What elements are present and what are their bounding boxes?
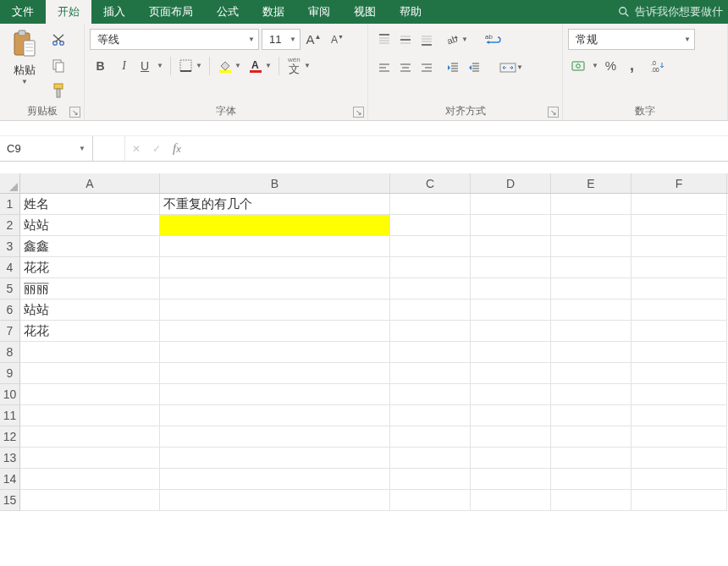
cell-B11[interactable] — [160, 405, 390, 426]
column-header-a[interactable]: A — [20, 173, 160, 193]
accounting-format-button[interactable]: ▼ — [568, 55, 600, 76]
column-header-b[interactable]: B — [160, 173, 390, 193]
cell-B5[interactable] — [160, 278, 390, 299]
cell-E4[interactable] — [551, 257, 631, 278]
column-header-f[interactable]: F — [631, 173, 727, 193]
row-header[interactable]: 6 — [0, 299, 20, 321]
italic-button[interactable]: I — [113, 55, 135, 76]
font-name-select[interactable]: 等线 ▼ — [90, 29, 259, 50]
row-header[interactable]: 10 — [0, 384, 20, 405]
tab-insert[interactable]: 插入 — [91, 0, 137, 24]
cell-A6[interactable]: 站站 — [20, 299, 160, 321]
row-header[interactable]: 9 — [0, 363, 20, 384]
font-dialog-launcher[interactable]: ↘ — [353, 107, 364, 118]
cell-F11[interactable] — [631, 405, 727, 426]
decrease-indent-button[interactable] — [442, 57, 463, 78]
cancel-entry-button[interactable]: ✕ — [132, 143, 141, 155]
cell-E13[interactable] — [551, 448, 631, 469]
font-color-button[interactable]: A ▼ — [245, 55, 273, 76]
cell-E15[interactable] — [551, 490, 631, 511]
cell-E12[interactable] — [551, 426, 631, 448]
cell-C14[interactable] — [390, 469, 471, 490]
cell-D11[interactable] — [471, 405, 551, 426]
cell-E5[interactable] — [551, 278, 631, 299]
cell-C2[interactable] — [390, 215, 471, 236]
column-header-e[interactable]: E — [551, 173, 631, 193]
row-header[interactable]: 11 — [0, 405, 20, 426]
row-header[interactable]: 12 — [0, 426, 20, 448]
cell-D13[interactable] — [471, 448, 551, 469]
cell-E3[interactable] — [551, 236, 631, 257]
select-all-corner[interactable] — [0, 173, 20, 193]
border-button[interactable]: ▼ — [176, 55, 204, 76]
tab-file[interactable]: 文件 — [0, 0, 46, 24]
cell-A7[interactable]: 花花 — [20, 321, 160, 342]
cell-D6[interactable] — [471, 299, 551, 321]
cell-B12[interactable] — [160, 426, 390, 448]
cell-C12[interactable] — [390, 426, 471, 448]
align-top-button[interactable] — [373, 29, 394, 50]
row-header[interactable]: 2 — [0, 215, 20, 236]
cell-F6[interactable] — [631, 299, 727, 321]
cell-F12[interactable] — [631, 426, 727, 448]
comma-style-button[interactable]: , — [621, 55, 643, 76]
cell-C11[interactable] — [390, 405, 471, 426]
cell-F4[interactable] — [631, 257, 727, 278]
cell-E2[interactable] — [551, 215, 631, 236]
alignment-dialog-launcher[interactable]: ↘ — [548, 107, 559, 118]
cell-B4[interactable] — [160, 257, 390, 278]
cell-D3[interactable] — [471, 236, 551, 257]
phonetic-guide-button[interactable]: wén 文 ▼ — [284, 55, 312, 76]
cell-B7[interactable] — [160, 321, 390, 342]
cell-A11[interactable] — [20, 405, 160, 426]
cell-B10[interactable] — [160, 384, 390, 405]
cell-A3[interactable]: 鑫鑫 — [20, 236, 160, 257]
fill-color-button[interactable]: ▼ — [215, 55, 243, 76]
underline-button[interactable]: U▼ — [137, 55, 165, 76]
number-format-select[interactable]: 常规 ▼ — [568, 29, 695, 50]
cell-C13[interactable] — [390, 448, 471, 469]
cell-C5[interactable] — [390, 278, 471, 299]
cell-C3[interactable] — [390, 236, 471, 257]
row-header[interactable]: 13 — [0, 448, 20, 469]
confirm-entry-button[interactable]: ✓ — [152, 143, 161, 155]
cell-A8[interactable] — [20, 342, 160, 363]
cell-D14[interactable] — [471, 469, 551, 490]
cell-D9[interactable] — [471, 363, 551, 384]
cell-B2[interactable] — [160, 215, 390, 236]
cell-E9[interactable] — [551, 363, 631, 384]
clipboard-dialog-launcher[interactable]: ↘ — [69, 107, 80, 118]
cell-A1[interactable]: 姓名 — [20, 194, 160, 215]
cell-F15[interactable] — [631, 490, 727, 511]
tell-me-search[interactable]: 告诉我你想要做什 — [611, 0, 728, 24]
cell-F8[interactable] — [631, 342, 727, 363]
cell-E11[interactable] — [551, 405, 631, 426]
cell-D8[interactable] — [471, 342, 551, 363]
cell-B6[interactable] — [160, 299, 390, 321]
cell-F13[interactable] — [631, 448, 727, 469]
cell-A2[interactable]: 站站 — [20, 215, 160, 236]
cell-B9[interactable] — [160, 363, 390, 384]
cell-C8[interactable] — [390, 342, 471, 363]
column-header-d[interactable]: D — [471, 173, 551, 193]
cell-F1[interactable] — [631, 194, 727, 215]
cell-F14[interactable] — [631, 469, 727, 490]
cell-B15[interactable] — [160, 490, 390, 511]
tab-home[interactable]: 开始 — [46, 0, 91, 24]
wrap-text-button[interactable]: ab — [482, 29, 507, 50]
merge-center-button[interactable]: ▼ — [496, 57, 525, 78]
cell-A9[interactable] — [20, 363, 160, 384]
row-header[interactable]: 3 — [0, 236, 20, 257]
align-center-button[interactable] — [394, 57, 416, 78]
align-left-button[interactable] — [373, 57, 394, 78]
name-box[interactable]: C9 ▼ — [0, 136, 93, 161]
cell-A13[interactable] — [20, 448, 160, 469]
paste-button[interactable]: 粘贴 ▼ — [5, 27, 44, 102]
bold-button[interactable]: B — [90, 55, 111, 76]
cell-B8[interactable] — [160, 342, 390, 363]
align-right-button[interactable] — [416, 57, 437, 78]
cell-C4[interactable] — [390, 257, 471, 278]
insert-function-button[interactable]: fx — [173, 141, 181, 156]
row-header[interactable]: 14 — [0, 469, 20, 490]
cell-E7[interactable] — [551, 321, 631, 342]
